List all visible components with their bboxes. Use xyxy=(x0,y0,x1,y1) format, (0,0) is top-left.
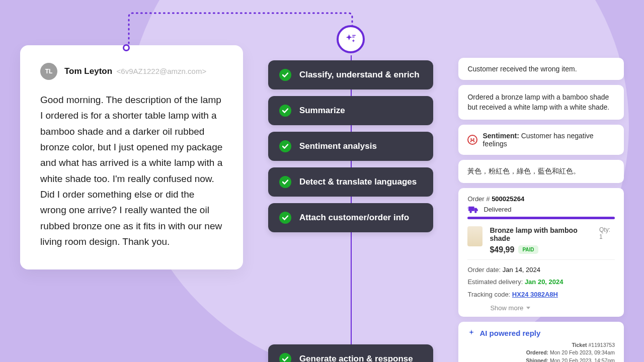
sender-email: <6v9AZ1222@amzn.com> xyxy=(117,67,207,75)
step-summarize[interactable]: Summarize xyxy=(268,96,434,125)
step-label: Generate action & response xyxy=(299,354,413,362)
email-header: TL Tom Leyton <6v9AZ1222@amzn.com> xyxy=(40,63,223,80)
output-classify: Customer received the wrong item. xyxy=(458,58,624,80)
email-card: TL Tom Leyton <6v9AZ1222@amzn.com> Good … xyxy=(20,45,243,269)
step-label: Sentiment analysis xyxy=(299,141,377,151)
order-item-row: Bronze lamp with bamboo shade Qty: 1 $49… xyxy=(467,226,615,260)
show-more-button[interactable]: Show more xyxy=(467,304,615,312)
connector-end-dot xyxy=(123,44,130,51)
svg-rect-2 xyxy=(469,206,475,211)
step-label: Attach customer/order info xyxy=(299,213,409,223)
reply-title: AI powered reply xyxy=(467,329,615,337)
sparkle-icon xyxy=(344,33,357,46)
step-classify[interactable]: Classify, understand & enrich xyxy=(268,60,434,89)
output-order: Order # 500025264 Delivered Bro xyxy=(458,188,624,317)
order-details: Order date: Jan 14, 2024 Estimated deliv… xyxy=(467,264,615,301)
sender-name: Tom Leyton xyxy=(64,66,112,76)
paid-badge: PAID xyxy=(518,245,538,254)
output-sentiment: Sentiment: Customer has negative feeling… xyxy=(458,125,624,155)
step-label: Summarize xyxy=(299,106,345,116)
svg-point-3 xyxy=(470,211,472,213)
tracking-link[interactable]: HX24 3082A8H xyxy=(512,291,558,298)
order-number: Order # 500025264 xyxy=(467,195,615,203)
item-name: Bronze lamp with bamboo shade xyxy=(490,226,596,242)
sentiment-label: Sentiment: xyxy=(482,132,519,140)
check-icon xyxy=(279,212,291,224)
item-qty: Qty: 1 xyxy=(599,226,615,240)
check-icon xyxy=(279,105,291,117)
check-icon xyxy=(279,176,291,188)
output-summarize: Ordered a bronze lamp with a bamboo shad… xyxy=(458,85,624,120)
output-translate: 黃色，粉紅色，綠色，藍色和紅色。 xyxy=(458,160,624,183)
sparkle-icon xyxy=(467,329,475,337)
delivery-progress xyxy=(467,217,615,219)
truck-icon xyxy=(467,206,478,214)
check-icon xyxy=(279,69,291,81)
chevron-down-icon xyxy=(526,307,530,309)
sad-face-icon xyxy=(467,135,477,145)
ticket-info: Ticket #11913753 Ordered: Mon 20 Feb 202… xyxy=(467,341,615,362)
email-body: Good morning. The description of the lam… xyxy=(40,92,223,249)
step-sentiment[interactable]: Sentiment analysis xyxy=(268,132,434,161)
order-status: Delivered xyxy=(484,206,615,213)
step-label: Classify, understand & enrich xyxy=(299,70,420,80)
ai-sparkle-badge xyxy=(337,25,365,53)
svg-point-4 xyxy=(475,211,477,213)
check-icon xyxy=(279,353,291,362)
check-icon xyxy=(279,140,291,152)
step-generate[interactable]: Generate action & response xyxy=(268,344,434,362)
step-label: Detect & translate languages xyxy=(299,177,417,187)
output-reply: AI powered reply Ticket #11913753 Ordere… xyxy=(458,322,624,362)
step-translate[interactable]: Detect & translate languages xyxy=(268,167,434,197)
avatar: TL xyxy=(40,63,57,80)
item-price: $49,99 xyxy=(490,245,514,254)
step-attach[interactable]: Attach customer/order info xyxy=(268,203,434,232)
item-thumbnail xyxy=(467,226,482,246)
